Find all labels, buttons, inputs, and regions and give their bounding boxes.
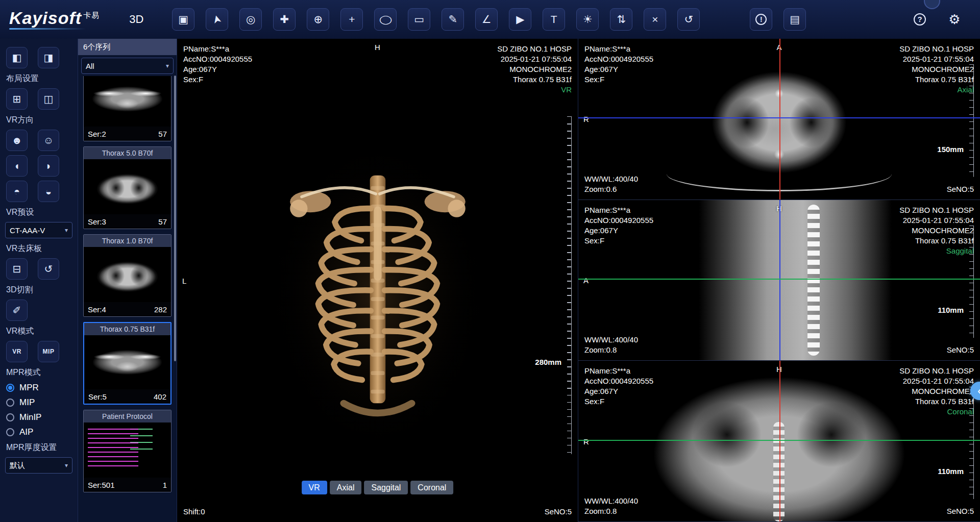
help-button[interactable]: ? bbox=[910, 9, 930, 30]
brightness-button[interactable]: ☀ bbox=[576, 8, 599, 31]
layout-panel-button[interactable]: ◨ bbox=[38, 47, 59, 68]
mpr-thickness-select[interactable]: 默认 ▾ bbox=[5, 457, 72, 474]
series-item-ser-501[interactable]: Patient ProtocolSer:5011 bbox=[83, 410, 172, 492]
rect-roi-button[interactable]: ▭ bbox=[408, 8, 430, 31]
app-window: Kayisoft卡易 3D ▣➤◎✚⊕+◯▭✎∠▶T☀⇅×↺!▤ ? ⚙ ◧◨ … bbox=[0, 0, 980, 522]
app-logo: Kayisoft卡易 bbox=[9, 9, 100, 30]
patient-info: PName:S***a AccNO:0004920555 Age:067Y Se… bbox=[183, 44, 252, 85]
crosshair-vertical-line[interactable] bbox=[779, 361, 780, 521]
photometric-label: MONOCHROME2 bbox=[899, 64, 974, 74]
view-mode-label: Axial bbox=[899, 85, 974, 95]
study-info: SD ZIBO NO.1 HOSP 2025-01-21 07:55:04 MO… bbox=[899, 205, 974, 256]
measure-button[interactable]: ✎ bbox=[442, 8, 464, 31]
vr-orient-posterior-button[interactable]: ☺ bbox=[38, 130, 59, 151]
crosshair-horizontal-line[interactable] bbox=[578, 117, 980, 118]
vr-orient-superior-button[interactable]: ◓ bbox=[6, 181, 28, 202]
crosshair-horizontal-line[interactable] bbox=[578, 279, 980, 280]
crosshair-vertical-line[interactable] bbox=[779, 39, 780, 200]
rotate-3d-button[interactable]: ◎ bbox=[239, 8, 262, 31]
layout-grid-button[interactable]: ⊞ bbox=[6, 88, 28, 110]
help-icon: ? bbox=[914, 13, 926, 26]
orientation-top-label: H bbox=[375, 43, 380, 52]
series-no-label: SeNO:5 bbox=[545, 507, 572, 517]
series-desc: Thorax 0.75 B31f bbox=[899, 396, 974, 407]
settings-button[interactable]: ⚙ bbox=[944, 9, 965, 30]
brightness-icon: ☀ bbox=[583, 13, 593, 26]
cut-3d-button[interactable]: ✐ bbox=[6, 300, 28, 321]
vr-orient-right-button[interactable]: ◗ bbox=[38, 155, 59, 177]
measure-icon: ✎ bbox=[448, 13, 457, 26]
layout-preset-button[interactable]: ◧ bbox=[6, 47, 28, 68]
cine-button[interactable]: ▶ bbox=[509, 8, 531, 31]
mpr-mode-option-mip[interactable]: MIP bbox=[6, 397, 71, 408]
logo-text: Kayisoft bbox=[9, 8, 82, 28]
zoom-button[interactable]: ⊕ bbox=[307, 8, 329, 31]
mpr-mode-list: MPRMIPMinIPAIP bbox=[5, 383, 72, 437]
angle-button[interactable]: ∠ bbox=[475, 8, 498, 31]
vr-render-mode-button[interactable]: VR bbox=[6, 341, 28, 362]
vr-orient-left-button[interactable]: ◖ bbox=[6, 155, 28, 177]
content-area: ◧◨ 布局设置 ⊞◫ VR方向 ☻☺◖◗◓◒ VR预设 CT-AAA-V ▾ V… bbox=[0, 39, 980, 522]
viewport-coronal[interactable]: PName:S***a AccNO:0004920555 Age:067Y Se… bbox=[578, 361, 980, 522]
chevron-left-icon: ‹ bbox=[977, 384, 980, 398]
study-info: SD ZIBO NO.1 HOSP 2025-01-21 07:55:04 MO… bbox=[899, 44, 974, 95]
mpr-mode-option-minip[interactable]: MinIP bbox=[6, 412, 71, 422]
save-button[interactable]: ▤ bbox=[783, 8, 806, 31]
series-no-label: SeNO:5 bbox=[947, 184, 974, 194]
series-foot: Ser:4282 bbox=[84, 302, 171, 316]
close-button[interactable]: × bbox=[644, 8, 666, 31]
layout-split-button[interactable]: ◫ bbox=[38, 88, 59, 110]
volume-3d-button[interactable]: ▣ bbox=[172, 8, 194, 31]
ellipse-roi-button[interactable]: ◯ bbox=[374, 8, 397, 31]
series-scrollbar[interactable] bbox=[174, 76, 176, 361]
series-item-ser-2[interactable]: Ser:257 bbox=[83, 76, 172, 141]
scale-label: 110mm bbox=[938, 306, 964, 314]
series-item-ser-3[interactable]: Thorax 5.0 B70fSer:357 bbox=[83, 146, 172, 229]
view-button-coronal[interactable]: Coronal bbox=[410, 481, 453, 494]
mode-3d-label[interactable]: 3D bbox=[129, 13, 143, 26]
series-item-ser-4[interactable]: Thorax 1.0 B70fSer:4282 bbox=[83, 234, 172, 317]
series-number: Ser:3 bbox=[88, 217, 106, 226]
series-item-ser-5[interactable]: Thorax 0.75 B31fSer:5402 bbox=[83, 322, 172, 405]
view-button-vr[interactable]: VR bbox=[302, 481, 327, 494]
remove-bed-button[interactable]: ⊟ bbox=[6, 258, 28, 280]
chevron-down-icon: ▾ bbox=[166, 62, 169, 69]
chevron-down-icon: ▾ bbox=[65, 227, 68, 234]
orientation-left-label: R bbox=[583, 437, 589, 445]
viewport-axial[interactable]: PName:S***a AccNO:0004920555 Age:067Y Se… bbox=[578, 39, 980, 200]
crosshair-horizontal-line[interactable] bbox=[578, 440, 980, 441]
spine-column bbox=[807, 205, 820, 356]
mip-render-mode-button[interactable]: MIP bbox=[38, 341, 59, 362]
view-button-axial[interactable]: Axial bbox=[330, 481, 362, 494]
reset-button[interactable]: ↺ bbox=[677, 8, 700, 31]
pan-button[interactable]: ✚ bbox=[273, 8, 296, 31]
window-info: WW/WL:400/40 Zoom:0.8 bbox=[584, 335, 638, 355]
series-thumbnail bbox=[84, 76, 171, 127]
mpr-mode-option-aip[interactable]: AIP bbox=[6, 427, 71, 437]
text-annotation-button[interactable]: T bbox=[543, 8, 565, 31]
zoom-icon: ⊕ bbox=[313, 13, 323, 26]
vr-orient-inferior-button[interactable]: ◒ bbox=[38, 181, 59, 202]
user-avatar[interactable] bbox=[924, 0, 940, 9]
viewport-saggital[interactable]: PName:S***a AccNO:0004920555 Age:067Y Se… bbox=[578, 200, 980, 361]
orientation-left-label: R bbox=[583, 115, 589, 123]
info-button[interactable]: ! bbox=[750, 8, 772, 31]
patient-age: Age:067Y bbox=[183, 64, 252, 74]
patient-info: PName:S***a AccNO:0004920555 Age:067Y Se… bbox=[584, 366, 653, 407]
crosshair-vertical-line[interactable] bbox=[779, 200, 780, 361]
view-button-saggital[interactable]: Saggital bbox=[364, 481, 408, 494]
view-mode-label: Saggital bbox=[899, 246, 974, 256]
cursor-button[interactable]: ➤ bbox=[206, 8, 228, 31]
vr-preset-value: CT-AAA-V bbox=[10, 226, 45, 235]
text-annotation-icon: T bbox=[551, 13, 557, 26]
crosshair-button[interactable]: + bbox=[340, 8, 363, 31]
window-level-button[interactable]: ⇅ bbox=[610, 8, 632, 31]
vr-orient-anterior-button[interactable]: ☻ bbox=[6, 130, 28, 151]
series-filter-select[interactable]: All ▾ bbox=[81, 58, 174, 74]
study-datetime: 2025-01-21 07:55:04 bbox=[899, 376, 974, 386]
restore-bed-button[interactable]: ↺ bbox=[38, 258, 59, 280]
viewport-3d-vr[interactable]: PName:S***a AccNO:0004920555 Age:067Y Se… bbox=[177, 39, 578, 522]
vr-preset-select[interactable]: CT-AAA-V ▾ bbox=[5, 222, 72, 238]
series-title: Thorax 0.75 B31f bbox=[84, 323, 170, 335]
mpr-mode-option-mpr[interactable]: MPR bbox=[6, 383, 71, 393]
